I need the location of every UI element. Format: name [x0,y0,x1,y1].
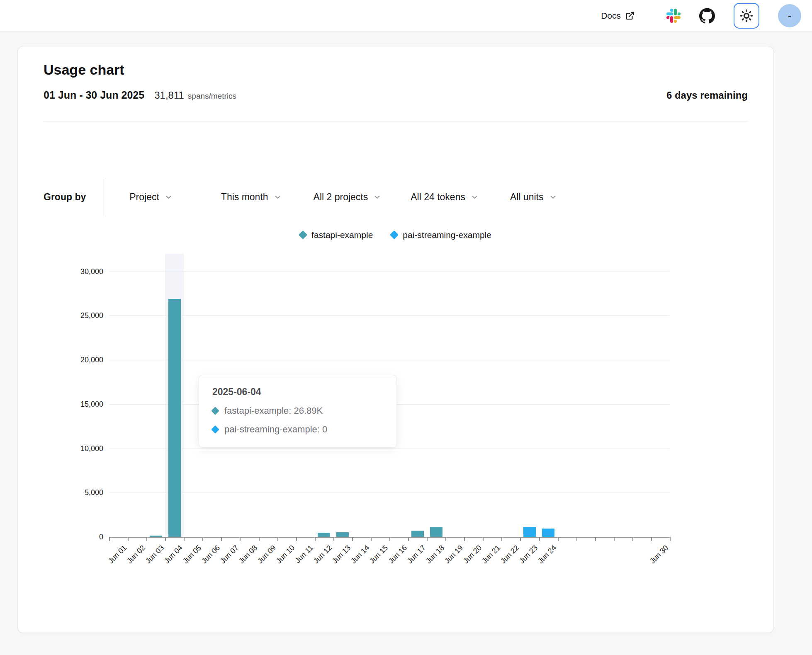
gridline [109,360,670,360]
x-axis-label: Jun 03 [143,543,165,565]
x-axis-tick [184,538,185,541]
x-axis-label: Jun 20 [462,543,483,565]
x-axis-label: Jun 12 [312,543,333,565]
x-axis-label: Jun 21 [480,543,502,565]
x-axis-tick [315,538,316,541]
x-axis-tick [651,538,652,541]
x-axis-label: Jun 08 [237,543,259,565]
group-by-label: Group by [44,192,86,203]
top-bar: Docs [0,0,812,32]
docs-link[interactable]: Docs [601,11,635,21]
x-axis-label: Jun 07 [219,543,240,565]
tooltip-item-text: pai-streaming-example: 0 [224,424,327,435]
chevron-down-icon [165,194,172,201]
x-axis-label: Jun 01 [106,543,128,565]
x-axis-tick [558,538,559,541]
x-axis-tick [445,538,446,541]
x-axis-tick [202,538,203,541]
x-axis-tick [539,538,540,541]
x-axis-label: Jun 18 [424,543,445,565]
bar-fastapi-example-jun-18[interactable] [430,527,442,537]
avatar-label: - [788,10,791,22]
x-axis-tick [408,538,409,541]
x-axis-label: Jun 10 [275,543,296,565]
gridline [109,315,670,316]
legend-diamond-icon [390,230,399,239]
gridline [109,272,670,272]
x-axis-label: Jun 15 [368,543,389,565]
x-axis-label: Jun 30 [648,543,670,565]
theme-toggle-button[interactable] [734,3,759,29]
bar-fastapi-example-jun-04[interactable] [168,299,181,537]
x-axis-tick [146,538,147,541]
chart-tooltip: 2025-06-04 fastapi-example: 26.89Kpai-st… [199,375,397,448]
x-axis-tick [333,538,334,541]
x-axis-tick [389,538,390,541]
avatar[interactable]: - [778,4,801,27]
y-axis-label: 10,000 [33,444,103,453]
x-axis-tick [427,538,428,541]
chevron-down-icon [374,194,381,201]
bar-fastapi-example-jun-13[interactable] [336,532,349,537]
x-axis-tick [371,538,372,541]
bar-fastapi-example-jun-17[interactable] [411,531,424,537]
x-axis-label: Jun 04 [163,543,184,565]
filter-all-2-projects[interactable]: All 2 projects [314,192,381,203]
gridline [109,449,670,449]
x-axis-line [109,537,671,538]
days-remaining: 6 days remaining [666,90,748,101]
github-icon[interactable] [699,8,715,24]
x-axis-tick [109,538,110,541]
filter-label: All 2 projects [314,192,368,203]
legend-item-fastapi-example[interactable]: fastapi-example [300,230,373,240]
x-axis-tick [296,538,297,541]
x-axis-tick [352,538,353,541]
x-axis-tick [576,538,577,541]
x-axis-label: Jun 22 [499,543,520,565]
usage-unit: spans/metrics [188,92,236,101]
legend-label: fastapi-example [311,230,373,240]
tooltip-item-pai-streaming-example: pai-streaming-example: 0 [212,424,383,435]
x-axis-tick [501,538,502,541]
x-axis-tick [632,538,633,541]
bar-pai-streaming-example-jun-24[interactable] [542,529,554,537]
usage-bar-chart[interactable]: 05,00010,00015,00020,00025,00030,000Jun … [18,46,773,633]
docs-label: Docs [601,11,621,21]
x-axis-label: Jun 16 [387,543,408,565]
date-range: 01 Jun - 30 Jun 2025 [44,89,144,101]
slack-icon[interactable] [666,9,681,23]
usage-meta-row: 01 Jun - 30 Jun 2025 31,811 spans/metric… [44,89,748,101]
x-axis-label: Jun 17 [405,543,427,565]
y-axis-label: 15,000 [33,400,103,409]
x-axis-tick [259,538,260,541]
bar-fastapi-example-jun-12[interactable] [318,533,330,537]
y-axis-label: 5,000 [33,488,103,497]
section-divider [44,121,748,121]
tooltip-diamond-icon [211,407,219,415]
bar-fastapi-example-jun-03[interactable] [150,536,162,537]
filter-label: All units [510,192,544,203]
chart-legend: fastapi-examplepai-streaming-example [44,230,748,240]
x-axis-tick [277,538,278,541]
x-axis-tick [128,538,129,541]
y-axis-label: 20,000 [33,355,103,364]
y-axis-label: 0 [33,532,103,541]
tooltip-diamond-icon [211,425,219,434]
bar-pai-streaming-example-jun-23[interactable] [523,527,536,537]
legend-item-pai-streaming-example[interactable]: pai-streaming-example [391,230,491,240]
x-axis-tick [221,538,222,541]
usage-card: Usage chart 01 Jun - 30 Jun 2025 31,811 … [17,46,774,633]
tooltip-item-text: fastapi-example: 26.89K [224,405,323,416]
filter-project[interactable]: Project [129,192,172,203]
x-axis-label: Jun 02 [125,543,146,565]
y-axis-label: 25,000 [33,311,103,320]
filter-this-month[interactable]: This month [221,192,281,203]
filter-label: Project [129,192,159,203]
filter-all-24-tokens[interactable]: All 24 tokens [411,192,478,203]
filter-all-units[interactable]: All units [510,192,557,203]
x-axis-tick [464,538,465,541]
sun-icon [740,9,753,22]
gridline [109,492,670,493]
tooltip-item-fastapi-example: fastapi-example: 26.89K [212,405,383,416]
x-axis-label: Jun 24 [536,543,558,565]
